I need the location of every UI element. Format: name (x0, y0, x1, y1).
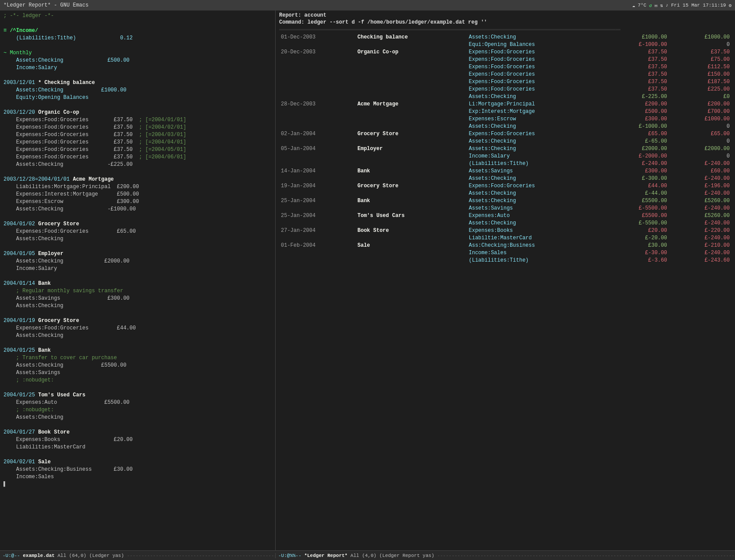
col-running: £-240.00 (669, 160, 732, 168)
col-date: 02-Jan-2004 (279, 130, 356, 138)
status-bar-left: -U:@-- example.dat All (64,0) (Ledger ya… (0, 553, 276, 558)
status-bar-right: -U:@%%-- *Ledger Report* All (4,0) (Ledg… (276, 553, 735, 558)
col-account: Liabiltie:MasterCard (467, 234, 606, 242)
col-account: Assets:Checking (467, 138, 606, 145)
refresh-icon[interactable]: ↺ (649, 3, 652, 8)
col-running: £187.50 (669, 78, 732, 86)
col-running: £1000.00 (669, 116, 732, 123)
col-date: 25-Jan-2004 (279, 197, 356, 205)
col-amount: £37.50 (606, 56, 669, 63)
left-pane-line: Assets:Checking £500.00 (4, 57, 272, 64)
col-amount: £44.00 (606, 182, 669, 190)
col-running: £-240.00 (669, 175, 732, 182)
col-payee: Sale (356, 242, 467, 249)
table-row: Assets:Checking £-5500.00 £-240.00 (279, 220, 732, 227)
col-account: (Liabilities:Tithe) (467, 160, 606, 168)
left-pane-line: Assets:Checking -£1000.00 (4, 206, 272, 213)
col-account: Expenses:Books (467, 227, 606, 234)
col-account: (Liabilities:Tithe) (467, 257, 606, 264)
table-row: Exp:Interest:Mortgage £500.00 £700.00 (279, 108, 732, 116)
table-row: Income:Sales £-30.00 £-240.00 (279, 249, 732, 257)
col-payee: Organic Co-op (356, 49, 467, 56)
col-date: 27-Jan-2004 (279, 227, 356, 234)
col-payee: Bank (356, 197, 467, 205)
col-date (279, 153, 356, 160)
col-payee (356, 138, 467, 145)
col-amount: £-5500.00 (606, 205, 669, 212)
left-position: All (64,0) (57, 553, 86, 558)
left-pane-line: 2004/01/27 Book Store (4, 429, 272, 436)
col-running: £75.00 (669, 56, 732, 63)
col-date: 25-Jan-2004 (279, 212, 356, 220)
col-running: £1000.00 (669, 34, 732, 41)
app-title: *Ledger Report* - GNU Emacs (4, 2, 88, 8)
weather-icon: ☁ (632, 3, 635, 8)
col-payee (356, 93, 467, 101)
left-pane-line: 2004/01/25 Bank (4, 347, 272, 354)
col-payee (356, 249, 467, 257)
table-row: 01-Feb-2004 Sale Ass:Checking:Business £… (279, 242, 732, 249)
col-running: £65.00 (669, 130, 732, 138)
col-payee (356, 41, 467, 49)
col-account: Exp:Interest:Mortgage (467, 108, 606, 116)
left-pane-line: Expenses:Food:Groceries £37.50 ; [=2004/… (4, 139, 272, 146)
left-pane-line: 2003/12/01 * Checking balance (4, 79, 272, 87)
left-filename: example.dat (23, 553, 55, 558)
col-payee (356, 234, 467, 242)
col-amount: £5500.00 (606, 212, 669, 220)
col-account: Assets:Checking (467, 145, 606, 153)
table-row: (Liabilities:Tithe) £-3.60 £-243.60 (279, 257, 732, 264)
audio-icon[interactable]: ♪ (665, 3, 668, 8)
col-amount: £-20.00 (606, 234, 669, 242)
left-pane-line: 2004/01/05 Employer (4, 250, 272, 258)
col-payee (356, 86, 467, 93)
left-pane-line: Expenses:Interest:Mortgage £500.00 (4, 191, 272, 198)
table-row: Expens:Food:Groceries £37.50 £112.50 (279, 63, 732, 71)
right-position: All (4,0) (350, 553, 376, 558)
settings-icon[interactable]: ⚙ (728, 3, 732, 8)
col-running: £-210.00 (669, 242, 732, 249)
table-row: Expens:Food:Groceries £37.50 £75.00 (279, 56, 732, 63)
col-account: Li:Mortgage:Principal (467, 101, 606, 108)
col-running: £200.00 (669, 101, 732, 108)
left-pane-line: Expenses:Food:Groceries £37.50 ; [=2004/… (4, 124, 272, 131)
col-amount: £37.50 (606, 71, 669, 78)
left-pane-line: Expenses:Food:Groceries £65.00 (4, 228, 272, 235)
col-running: £60.00 (669, 168, 732, 175)
left-pane-line (4, 20, 272, 27)
table-row: Expenses:Escrow £300.00 £1000.00 (279, 116, 732, 123)
col-date: 05-Jan-2004 (279, 145, 356, 153)
col-amount: £-65.00 (606, 138, 669, 145)
col-amount: £-3.60 (606, 257, 669, 264)
col-running: £-243.60 (669, 257, 732, 264)
left-pane-line (4, 273, 272, 280)
table-row: 19-Jan-2004 Grocery Store Expens:Food:Gr… (279, 182, 732, 190)
table-row: Income:Salary £-2000.00 0 (279, 153, 732, 160)
left-pane-line: (Liabilities:Tithe) 0.12 (4, 35, 272, 42)
col-running: £-220.00 (669, 227, 732, 234)
col-amount: £5500.00 (606, 197, 669, 205)
right-mode-string: (Ledger Report yas) (379, 553, 434, 558)
mail-icon[interactable]: ✉ (654, 3, 658, 8)
clock: Fri 15 Mar 17:11:19 (671, 3, 726, 8)
col-amount: £-1000.00 (606, 123, 669, 130)
left-pane-line: 2003/12/20 Organic Co-op (4, 109, 272, 116)
col-date (279, 220, 356, 227)
col-date (279, 93, 356, 101)
table-row: 27-Jan-2004 Book Store Expenses:Books £2… (279, 227, 732, 234)
col-running: £5260.00 (669, 197, 732, 205)
col-payee (356, 78, 467, 86)
left-pane-line (4, 102, 272, 109)
col-running: £-196.00 (669, 182, 732, 190)
left-pane-line: Expenses:Auto £5500.00 (4, 399, 272, 406)
table-row: Assets:Savings £-5500.00 £-240.00 (279, 205, 732, 212)
col-running: 0 (669, 153, 732, 160)
col-payee (356, 116, 467, 123)
left-pane-line: Income:Salary (4, 64, 272, 72)
left-pane-line: Expenses:Escrow £300.00 (4, 198, 272, 206)
col-account: Expenses:Escrow (467, 116, 606, 123)
left-pane-line: Expenses:Books £20.00 (4, 436, 272, 444)
col-amount: £-5500.00 (606, 220, 669, 227)
col-amount: £300.00 (606, 168, 669, 175)
left-pane-line: 2004/02/01 Sale (4, 458, 272, 466)
